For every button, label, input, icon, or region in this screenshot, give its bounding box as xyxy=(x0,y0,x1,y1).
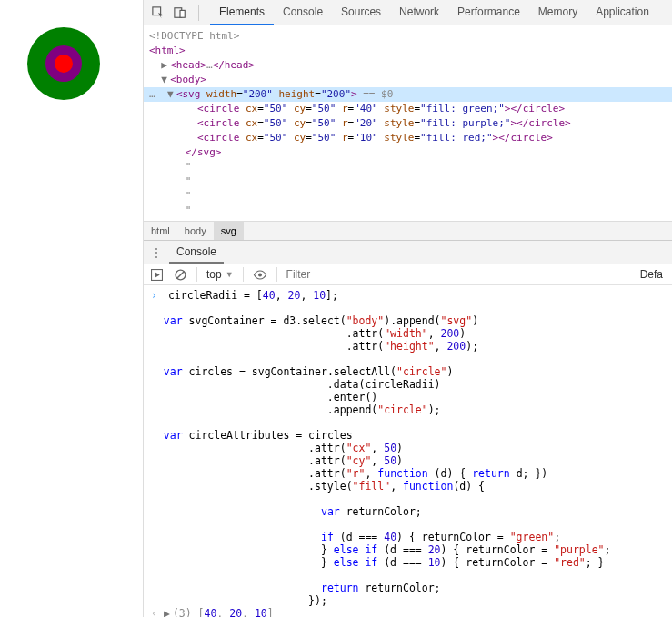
play-icon[interactable] xyxy=(149,267,164,282)
code-line: .attr("r", function (d) { return d; }) xyxy=(151,467,672,480)
code-line: › circleRadii = [40, 20, 10]; xyxy=(151,289,672,302)
tab-application[interactable]: Application xyxy=(587,0,658,25)
chevron-right-icon: › xyxy=(151,289,162,302)
svg-node[interactable]: … ▼<svg width="200" height="200"> == $0 xyxy=(144,87,672,102)
devtools-tabs: Elements Console Sources Network Perform… xyxy=(210,0,658,25)
crumb-body[interactable]: body xyxy=(177,222,214,240)
code-line: } else if (d === 10) { returnColor = "re… xyxy=(151,556,672,569)
code-line: .attr("height", 200); xyxy=(151,340,672,353)
code-line xyxy=(151,569,672,582)
separator xyxy=(196,267,197,282)
code-line: .data(circleRadii) xyxy=(151,378,672,391)
text-node: " xyxy=(144,189,672,204)
separator xyxy=(243,267,244,282)
code-line: var circleAttributes = circles xyxy=(151,429,672,442)
default-levels[interactable]: Defa xyxy=(640,268,667,281)
html-open[interactable]: <html> xyxy=(144,44,672,58)
tab-console[interactable]: Console xyxy=(274,0,332,25)
code-line: if (d === 40) { returnColor = "green"; xyxy=(151,531,672,543)
circle-node[interactable]: <circle cx="50" cy="50" r="10" style="fi… xyxy=(144,131,672,145)
code-line xyxy=(151,416,672,429)
tab-network[interactable]: Network xyxy=(390,0,448,25)
page-preview xyxy=(0,0,143,617)
code-line: .style("fill", function(d) { xyxy=(151,480,672,493)
svg-circles xyxy=(18,18,109,109)
breadcrumbs: html body svg xyxy=(144,221,672,241)
chevron-down-icon: ▼ xyxy=(226,270,234,279)
expand-arrow-icon[interactable]: ▶ xyxy=(164,607,173,617)
console-drawer-tab[interactable]: Console xyxy=(169,242,224,264)
separator xyxy=(198,5,199,21)
code-line: .attr("cy", 50) xyxy=(151,454,672,467)
code-line: } else if (d === 20) { returnColor = "pu… xyxy=(151,543,672,556)
dom-tree[interactable]: <!DOCTYPE html> <html> ▶<head>…</head> ▼… xyxy=(144,25,672,221)
tab-sources[interactable]: Sources xyxy=(332,0,390,25)
console-drawer-bar: ⋮ Console xyxy=(144,241,672,264)
clear-icon[interactable] xyxy=(173,267,187,282)
separator xyxy=(276,267,277,282)
filter-input[interactable] xyxy=(286,268,631,281)
code-line: var svgContainer = d3.select("body").app… xyxy=(151,314,672,327)
circle-node[interactable]: <circle cx="50" cy="50" r="20" style="fi… xyxy=(144,116,672,131)
head-node[interactable]: ▶<head>…</head> xyxy=(144,58,672,73)
code-line: .attr("width", 200) xyxy=(151,327,672,340)
code-line: .append("circle"); xyxy=(151,403,672,416)
console-output[interactable]: › circleRadii = [40, 20, 10]; var svgCon… xyxy=(144,285,672,617)
circle-red xyxy=(55,55,73,73)
code-line xyxy=(151,302,672,314)
devtools: Elements Console Sources Network Perform… xyxy=(143,0,672,617)
svg-line-5 xyxy=(176,271,184,278)
eye-icon[interactable] xyxy=(253,267,267,282)
code-line xyxy=(151,518,672,531)
context-select[interactable]: top ▼ xyxy=(206,268,234,281)
code-line: .attr("cx", 50) xyxy=(151,442,672,454)
svg-close[interactable]: </svg> xyxy=(144,145,672,160)
svg-point-6 xyxy=(258,273,262,276)
body-open[interactable]: ▼<body> xyxy=(144,73,672,87)
svg-rect-2 xyxy=(180,10,185,17)
circle-node[interactable]: <circle cx="50" cy="50" r="40" style="fi… xyxy=(144,102,672,116)
text-node: " xyxy=(144,204,672,218)
kebab-icon[interactable]: ⋮ xyxy=(144,246,169,259)
text-node: " xyxy=(144,160,672,174)
tab-elements[interactable]: Elements xyxy=(210,0,274,25)
crumb-html[interactable]: html xyxy=(144,222,177,240)
expand-arrow-icon[interactable]: ▶ xyxy=(161,58,170,73)
code-line: }); xyxy=(151,594,672,607)
tab-memory[interactable]: Memory xyxy=(529,0,587,25)
code-line: var returnColor; xyxy=(151,505,672,518)
code-line: return returnColor; xyxy=(151,582,672,594)
code-line: .enter() xyxy=(151,391,672,403)
console-toolbar: top ▼ Defa xyxy=(144,264,672,285)
devtools-toolbar: Elements Console Sources Network Perform… xyxy=(144,0,672,25)
code-line: var circles = svgContainer.selectAll("ci… xyxy=(151,365,672,378)
result-arrow-icon: ‹ xyxy=(151,607,157,617)
inspect-icon[interactable] xyxy=(151,5,165,20)
tab-performance[interactable]: Performance xyxy=(448,0,529,25)
code-line xyxy=(151,353,672,365)
code-line xyxy=(151,493,672,505)
crumb-svg[interactable]: svg xyxy=(214,222,244,240)
collapse-arrow-icon[interactable]: ▼ xyxy=(161,73,170,87)
device-icon[interactable] xyxy=(173,5,187,20)
collapse-arrow-icon[interactable]: ▼ xyxy=(167,87,176,102)
doctype: <!DOCTYPE html> xyxy=(144,29,672,44)
text-node: " xyxy=(144,174,672,189)
result-line[interactable]: ‹ ▶(3) [40, 20, 10] xyxy=(151,607,672,617)
